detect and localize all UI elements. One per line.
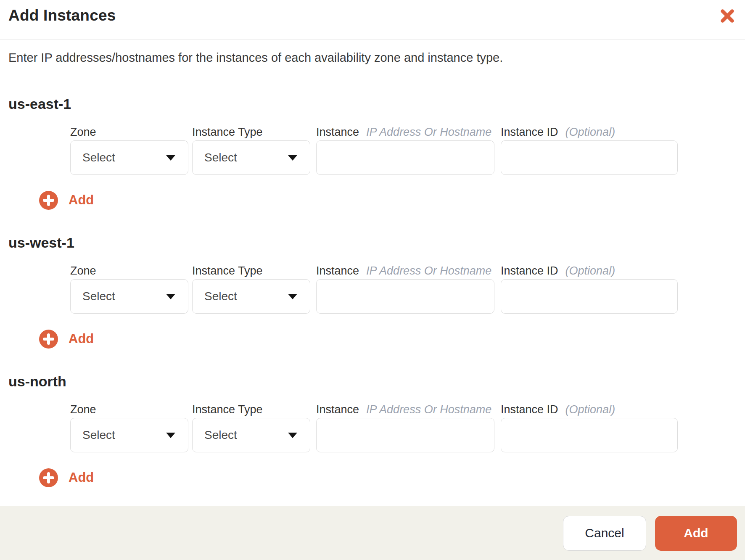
instance-type-select-value: Select [204,428,237,442]
instance-input[interactable] [316,418,494,452]
instance-type-select[interactable]: Select [192,418,310,452]
instance-type-select-value: Select [204,151,237,164]
add-button[interactable]: Add [655,516,737,551]
zone-select-value: Select [82,151,115,164]
close-icon [719,8,735,24]
instance-type-label: Instance Type [192,403,263,416]
instance-id-input[interactable] [501,418,678,452]
add-row-label: Add [69,193,94,208]
modal-content: Enter IP addresses/hostnames for the ins… [0,40,745,506]
zone-select[interactable]: Select [70,279,188,314]
chevron-down-icon [288,294,297,299]
add-instance-row-button[interactable]: Add [39,191,94,209]
instance-type-select[interactable]: Select [192,140,310,175]
close-button[interactable] [717,6,737,26]
instance-id-label: Instance ID [501,126,558,138]
zone-select[interactable]: Select [70,418,188,452]
zone-select[interactable]: Select [70,140,188,175]
add-instance-row-button[interactable]: Add [39,468,94,487]
instance-label: Instance [316,403,359,416]
zone-label: Zone [70,264,96,277]
instance-id-label: Instance ID [501,264,558,277]
modal-title: Add Instances [8,7,737,24]
instance-id-hint: (Optional) [565,126,616,138]
instance-type-label: Instance Type [192,126,263,138]
az-section-title: us-north [8,373,737,389]
az-section-title: us-east-1 [8,96,737,112]
instance-id-hint: (Optional) [565,403,616,416]
cancel-button[interactable]: Cancel [563,516,646,551]
chevron-down-icon [288,433,297,438]
instance-id-hint: (Optional) [565,264,616,277]
az-section-us-west-1: us-west-1 Zone Instance Type InstanceIP … [8,235,737,348]
plus-circle-icon [39,468,58,487]
zone-label: Zone [70,403,96,416]
instance-id-input[interactable] [501,279,678,314]
az-section-us-north: us-north Zone Instance Type InstanceIP A… [8,373,737,487]
chevron-down-icon [166,294,175,299]
fields-row: Select Select [70,418,737,452]
instance-id-input[interactable] [501,140,678,175]
zone-label: Zone [70,126,96,138]
add-instance-row-button[interactable]: Add [39,330,94,348]
instance-input[interactable] [316,140,494,175]
instance-type-label: Instance Type [192,264,263,277]
fields-row: Select Select [70,140,737,175]
chevron-down-icon [288,155,297,161]
field-labels-row: Zone Instance Type InstanceIP Address Or… [70,126,737,138]
add-row-label: Add [69,331,94,346]
az-section-us-east-1: us-east-1 Zone Instance Type InstanceIP … [8,96,737,209]
field-labels-row: Zone Instance Type InstanceIP Address Or… [70,404,737,415]
instance-label: Instance [316,126,359,138]
instance-type-select-value: Select [204,290,237,303]
modal-footer: Cancel Add [0,506,745,560]
instance-type-select[interactable]: Select [192,279,310,314]
zone-select-value: Select [82,428,115,442]
zone-select-value: Select [82,290,115,303]
instance-label: Instance [316,264,359,277]
modal-description: Enter IP addresses/hostnames for the ins… [8,50,737,65]
chevron-down-icon [166,155,175,161]
instance-hint: IP Address Or Hostname [366,403,491,416]
add-row-label: Add [69,470,94,485]
modal-header: Add Instances [0,0,745,40]
instance-hint: IP Address Or Hostname [366,126,491,138]
add-instances-modal: Add Instances Enter IP addresses/hostnam… [0,0,745,560]
az-section-title: us-west-1 [8,235,737,251]
field-labels-row: Zone Instance Type InstanceIP Address Or… [70,265,737,277]
plus-circle-icon [39,330,58,349]
fields-row: Select Select [70,279,737,314]
instance-id-label: Instance ID [501,403,558,416]
instance-hint: IP Address Or Hostname [366,264,491,277]
instance-input[interactable] [316,279,494,314]
plus-circle-icon [39,191,58,210]
chevron-down-icon [166,433,175,438]
